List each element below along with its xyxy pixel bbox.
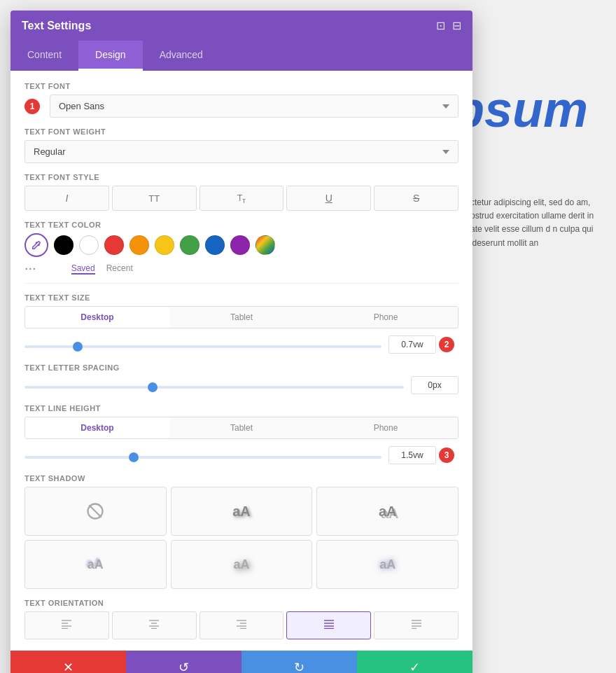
- cancel-button[interactable]: ✕: [10, 651, 126, 673]
- color-tab-saved[interactable]: Saved: [71, 263, 95, 275]
- letter-spacing-slider-row: [24, 376, 458, 394]
- line-height-phone-tab[interactable]: Phone: [314, 417, 458, 438]
- tab-content[interactable]: Content: [10, 41, 78, 71]
- font-style-label: Text Font Style: [24, 173, 458, 181]
- shadow-soft-btn[interactable]: aA: [171, 487, 313, 536]
- color-yellow[interactable]: [155, 235, 174, 255]
- fullscreen-icon[interactable]: ⊡: [436, 19, 445, 32]
- style-strikethrough-btn[interactable]: S: [374, 186, 458, 211]
- text-size-input[interactable]: [388, 335, 436, 354]
- text-size-slider-row: 2: [24, 335, 458, 354]
- font-badge: 1: [24, 99, 40, 114]
- redo-button[interactable]: ↻: [241, 651, 357, 673]
- modal-title: Text Settings: [22, 20, 91, 32]
- font-select[interactable]: Open Sans: [50, 95, 458, 118]
- orientation-buttons-row: [24, 611, 458, 639]
- line-height-slider[interactable]: [24, 456, 382, 459]
- tab-design[interactable]: Design: [78, 41, 143, 71]
- line-height-slider-wrapper: [24, 449, 382, 462]
- text-size-badge: 2: [439, 337, 454, 352]
- font-weight-label: Text Font Weight: [24, 127, 458, 136]
- color-gradient[interactable]: [255, 235, 275, 255]
- shadow-bottom-btn[interactable]: aA: [24, 540, 167, 589]
- color-orange[interactable]: [130, 235, 149, 255]
- line-height-value-box: 3: [388, 446, 458, 464]
- device-tab-desktop[interactable]: Desktop: [25, 307, 169, 328]
- color-more-btn[interactable]: ···: [24, 260, 36, 276]
- color-tab-recent[interactable]: Recent: [106, 263, 133, 275]
- line-height-desktop-tab[interactable]: Desktop: [25, 417, 169, 438]
- orient-center-btn[interactable]: [112, 611, 197, 639]
- text-size-value-box: 2: [388, 335, 458, 354]
- text-font-label: Text Font: [24, 82, 458, 90]
- letter-spacing-value-box: [411, 376, 458, 394]
- style-italic-btn[interactable]: I: [24, 186, 109, 211]
- device-tab-phone[interactable]: Phone: [314, 307, 458, 328]
- color-eyedropper-btn[interactable]: [24, 233, 48, 257]
- line-height-badge: 3: [439, 447, 454, 463]
- color-red[interactable]: [104, 235, 124, 255]
- line-height-tablet-tab[interactable]: Tablet: [169, 417, 314, 438]
- color-tabs: Saved Recent: [42, 263, 133, 275]
- orient-justify-btn[interactable]: [286, 611, 371, 639]
- text-size-device-tabs: Desktop Tablet Phone: [24, 306, 458, 328]
- shadow-grid: aA aA aA aA aA: [24, 487, 458, 589]
- modal-body: Text Font 1 Open Sans Text Font Weight R…: [10, 71, 472, 651]
- text-settings-modal: Text Settings ⊡ ⊟ Content Design Advance…: [10, 11, 472, 673]
- font-style-buttons: I TT Tт U S: [24, 186, 458, 211]
- orient-right-btn[interactable]: [200, 611, 284, 639]
- shadow-hard-btn[interactable]: aA: [316, 487, 458, 536]
- letter-spacing-label: Text Letter Spacing: [24, 363, 458, 372]
- svg-line-1: [90, 506, 102, 518]
- text-color-label: Text Text Color: [24, 221, 458, 229]
- style-smallcaps-btn[interactable]: Tт: [200, 186, 284, 211]
- save-button[interactable]: ✓: [357, 651, 472, 673]
- letter-spacing-slider-wrapper: [24, 379, 404, 391]
- layout-icon[interactable]: ⊟: [452, 19, 461, 32]
- text-size-slider-wrapper: [24, 338, 382, 351]
- orient-left-btn[interactable]: [24, 611, 109, 639]
- tabs-bar: Content Design Advanced: [10, 41, 472, 71]
- color-more-row: ··· Saved Recent: [24, 260, 458, 276]
- color-black[interactable]: [54, 235, 74, 255]
- letter-spacing-input[interactable]: [411, 376, 458, 394]
- modal-header: Text Settings ⊡ ⊟: [10, 11, 472, 41]
- color-green[interactable]: [180, 235, 200, 255]
- font-weight-select[interactable]: Regular: [24, 140, 458, 163]
- line-height-slider-row: 3: [24, 446, 458, 464]
- text-size-label: Text Text Size: [24, 293, 458, 302]
- undo-button[interactable]: ↺: [126, 651, 241, 673]
- font-row: 1 Open Sans: [24, 95, 458, 118]
- orient-justify2-btn[interactable]: [374, 611, 458, 639]
- color-blue[interactable]: [205, 235, 225, 255]
- text-shadow-label: Text Shadow: [24, 474, 458, 483]
- line-height-input[interactable]: [388, 446, 436, 464]
- color-row: [24, 233, 458, 257]
- modal-footer: ✕ ↺ ↻ ✓: [10, 651, 472, 673]
- line-height-label: Text Line Height: [24, 404, 458, 412]
- shadow-none-btn[interactable]: [24, 487, 167, 536]
- device-tab-tablet[interactable]: Tablet: [169, 307, 314, 328]
- text-size-slider[interactable]: [24, 345, 382, 348]
- line-height-device-tabs: Desktop Tablet Phone: [24, 417, 458, 439]
- letter-spacing-slider[interactable]: [24, 386, 404, 389]
- style-underline-btn[interactable]: U: [286, 186, 371, 211]
- text-orientation-label: Text Orientation: [24, 599, 458, 607]
- color-purple[interactable]: [230, 235, 250, 255]
- shadow-glow-btn[interactable]: aA: [316, 540, 458, 589]
- shadow-raised-btn[interactable]: aA: [171, 540, 313, 589]
- style-allcaps-btn[interactable]: TT: [112, 186, 197, 211]
- modal-header-actions: ⊡ ⊟: [436, 19, 461, 32]
- color-white[interactable]: [79, 235, 99, 255]
- tab-advanced[interactable]: Advanced: [143, 41, 220, 71]
